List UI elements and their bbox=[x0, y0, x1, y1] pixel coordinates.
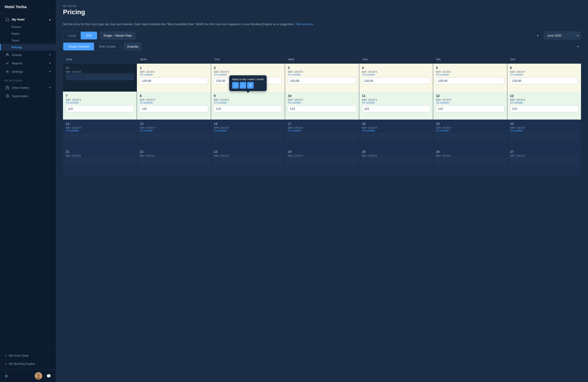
sidebar-item-subscription[interactable]: Subscription bbox=[0, 92, 56, 100]
my-front-desk-link[interactable]: ↗ My Front Desk bbox=[5, 352, 51, 359]
cal-day-11: 11 bbox=[362, 94, 430, 98]
cal-input-24[interactable] bbox=[288, 157, 356, 164]
cal-input-3[interactable] bbox=[288, 77, 356, 84]
tab-ota[interactable]: OTA bbox=[81, 32, 97, 40]
cal-avail-14: 3/3 available bbox=[66, 129, 134, 132]
tell-me-more-link[interactable]: Tell me more bbox=[296, 22, 313, 26]
cal-input-13[interactable] bbox=[510, 105, 578, 112]
sidebar-item-reports[interactable]: Reports ▼ bbox=[0, 59, 56, 67]
cal-day-23: 23 bbox=[214, 150, 282, 154]
cal-input-17[interactable] bbox=[288, 133, 356, 140]
sidebar-item-settings[interactable]: Settings ▼ bbox=[0, 67, 56, 76]
tooltip-btn-up[interactable]: ↑ bbox=[232, 82, 239, 89]
cal-input-5[interactable] bbox=[436, 77, 504, 84]
cal-cell-7: 7 BAR: 100,00 € 3/3 available bbox=[63, 92, 137, 120]
cal-input-9[interactable] bbox=[214, 105, 282, 112]
cal-input-1[interactable] bbox=[140, 77, 208, 84]
sidebar-item-rooms[interactable]: Rooms bbox=[0, 23, 56, 30]
cal-input-14[interactable] bbox=[66, 133, 134, 140]
cal-input-8[interactable] bbox=[140, 105, 208, 112]
cal-input-23[interactable] bbox=[214, 157, 282, 164]
tooltip-btn-horizontal[interactable]: ↔ bbox=[240, 82, 246, 89]
cal-avail-7: 3/3 available bbox=[66, 101, 134, 104]
cal-cell-24: 24 BAR: 100,00 € bbox=[285, 147, 359, 176]
cal-day-27: 27 bbox=[510, 150, 578, 154]
sidebar-logo: Hotel Yorba bbox=[0, 0, 56, 13]
cal-input-31[interactable] bbox=[66, 73, 134, 80]
cal-input-16[interactable] bbox=[214, 133, 282, 140]
cal-day-17: 17 bbox=[288, 122, 356, 126]
cal-day-21: 21 bbox=[66, 150, 134, 154]
my-hotel-label: My Hotel bbox=[12, 18, 24, 21]
tab-single-channel[interactable]: Single Channel bbox=[63, 43, 94, 50]
cal-bar-6: BAR: 100,00 € bbox=[510, 71, 578, 73]
main-body: Set the price for this room type per day… bbox=[56, 18, 588, 382]
month-select[interactable]: June 2020 bbox=[544, 31, 581, 40]
cal-input-25[interactable] bbox=[362, 157, 430, 164]
cal-bar-19: BAR: 100,00 € bbox=[436, 127, 504, 129]
sidebar-item-rates[interactable]: Rates bbox=[0, 30, 56, 37]
cal-header-wed: WED bbox=[285, 55, 359, 64]
external-link-icon-1: ↗ bbox=[5, 354, 7, 357]
tab-bulk-update[interactable]: Bulk Update bbox=[94, 43, 121, 50]
cal-input-20[interactable] bbox=[510, 133, 578, 140]
cal-cell-10: 10 BAR: 100,00 € 3/3 available bbox=[285, 92, 359, 120]
sidebar-nav: My Hotel ▲ Rooms Rates Taxes Pricing Gue… bbox=[0, 13, 56, 349]
other-hotels-label: Other Hotels bbox=[12, 86, 29, 89]
tooltip-btn-circle[interactable]: ↺ bbox=[247, 82, 253, 89]
cal-day-6: 6 bbox=[510, 66, 578, 70]
channel-row: Single Channel Bulk Update Expedia bbox=[63, 42, 581, 51]
calendar-week-2: 7 BAR: 100,00 € 3/3 available 8 BAR: 100… bbox=[63, 92, 581, 120]
my-account-label: MY ACCOUNT bbox=[0, 76, 56, 83]
sidebar-item-taxes[interactable]: Taxes bbox=[0, 37, 56, 44]
cal-input-21[interactable] bbox=[66, 157, 134, 164]
sidebar-item-guests[interactable]: Guests ▼ bbox=[0, 51, 56, 59]
user-avatar[interactable] bbox=[35, 372, 42, 380]
cal-input-4[interactable] bbox=[362, 77, 430, 84]
cal-cell-14: 14 BAR: 100,00 € 3/3 available bbox=[63, 120, 137, 147]
notification-icon[interactable]: 💬 bbox=[46, 374, 51, 378]
cal-input-22[interactable] bbox=[140, 157, 208, 164]
sidebar-item-pricing[interactable]: Pricing bbox=[0, 44, 56, 51]
cal-avail-15: 3/3 available bbox=[140, 129, 208, 132]
cal-cell-3: 3 BAR: 100,00 € 3/3 available bbox=[285, 64, 359, 92]
cal-input-6[interactable] bbox=[510, 77, 578, 84]
reports-arrow: ▼ bbox=[49, 62, 51, 64]
cal-cell-9: Apply to day / week / month ↑ ↔ ↺ 9 BAR:… bbox=[211, 92, 285, 120]
settings-label: Settings bbox=[12, 70, 23, 73]
cal-input-15[interactable] bbox=[140, 133, 208, 140]
cal-bar-21: BAR: 100,00 € bbox=[66, 155, 134, 157]
calendar-week-1: 31 BAR: 100,00 € 1 BAR: 100,00 € 3/3 ava… bbox=[63, 64, 581, 92]
cal-input-26[interactable] bbox=[436, 157, 504, 164]
cal-day-26: 26 bbox=[436, 150, 504, 154]
local-ota-tab-group: Local OTA bbox=[63, 31, 97, 40]
cal-input-19[interactable] bbox=[436, 133, 504, 140]
cal-input-10[interactable] bbox=[288, 105, 356, 112]
channel-select[interactable]: Expedia bbox=[124, 42, 142, 51]
cal-avail-3: 3/3 available bbox=[288, 73, 356, 76]
cal-day-5: 5 bbox=[436, 66, 504, 70]
cal-cell-26: 26 BAR: 100,00 € bbox=[433, 147, 507, 176]
rate-select[interactable]: Single – Master Rate bbox=[100, 31, 136, 40]
tab-local[interactable]: Local bbox=[63, 32, 81, 40]
cal-cell-25: 25 BAR: 100,00 € bbox=[359, 147, 433, 176]
settings-user-icon[interactable]: ⚙ bbox=[5, 374, 8, 378]
cal-input-18[interactable] bbox=[362, 133, 430, 140]
cal-avail-5: 3/3 available bbox=[436, 73, 504, 76]
cal-input-12[interactable] bbox=[436, 105, 504, 112]
cal-cell-16: 16 BAR: 100,00 € 3/3 available bbox=[211, 120, 285, 147]
cal-bar-26: BAR: 100,00 € bbox=[436, 155, 504, 157]
cal-avail-16: 3/3 available bbox=[214, 129, 282, 132]
cal-bar-24: BAR: 100,00 € bbox=[288, 155, 356, 157]
cal-input-7[interactable] bbox=[66, 105, 134, 112]
sidebar-item-my-hotel[interactable]: My Hotel ▲ bbox=[0, 15, 56, 23]
home-icon bbox=[5, 17, 10, 21]
my-hotel-arrow: ▲ bbox=[49, 18, 51, 21]
cal-day-18: 18 bbox=[362, 122, 430, 126]
sidebar-item-other-hotels[interactable]: Other Hotels ▼ bbox=[0, 83, 56, 92]
cal-input-11[interactable] bbox=[362, 105, 430, 112]
cal-bar-16: BAR: 100,00 € bbox=[214, 127, 282, 129]
my-booking-engine-link[interactable]: ↗ My Booking Engine bbox=[5, 361, 51, 367]
cal-input-27[interactable] bbox=[510, 157, 578, 164]
cal-bar-13: BAR: 100,00 € bbox=[510, 99, 578, 101]
